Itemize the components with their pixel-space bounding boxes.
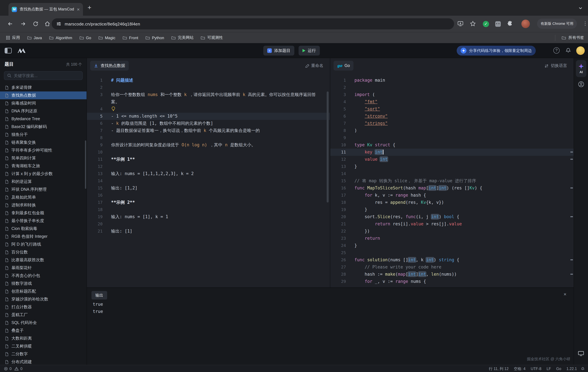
bookmark-item[interactable]: Magic [96,34,118,41]
sidebar-item[interactable]: Cion 勒索病毒 [0,225,87,233]
bookmark-item[interactable]: Front [120,34,141,41]
editor-line[interactable]: 19输入: nums = [1], k = 1 [87,213,330,220]
sidebar-item[interactable]: 不再贪心的小包 [0,272,87,279]
editor-line[interactable]: 8) [330,127,574,134]
sidebar-item[interactable]: DNA 序列还原 [0,107,87,115]
editor-line[interactable]: 21 return res[i].value > res[j].value [330,220,574,228]
status-item[interactable]: LF [547,367,551,371]
editor-line[interactable]: 20 sort.Slice(res, func(i, j int) bool { [330,213,574,220]
code-editor[interactable]: 1package main23import (4 "fmt"5 "sort"6 … [330,77,574,285]
status-bell-icon[interactable] [581,367,585,371]
editor-line[interactable]: 6- k 的取值范围是 [1, 数组中不相同的元素的个数] [87,120,330,127]
address-bar[interactable]: marscode.cn/practice/8e6q246q18l4en [52,18,454,29]
sidebar-item[interactable]: 拿到最多红包金额 [0,209,87,217]
sidebar-item[interactable]: 暴雨梨花针 [0,264,87,272]
sidebar-item[interactable]: 创意标题匹配 [0,287,87,295]
editor-line[interactable]: 13} [330,163,574,170]
bookmark-star-icon[interactable] [470,21,476,27]
editor-line[interactable]: 4 "fmt" [330,98,574,105]
back-icon[interactable] [7,21,13,27]
output-tab[interactable]: 输出 [92,291,107,300]
sidebar-item[interactable]: RGB 色值转 Integer [0,233,87,240]
editor-line[interactable]: 14 [330,170,574,177]
status-item[interactable]: 行 11, 列 12 [489,366,509,371]
sidebar-item[interactable]: 百分位数 [0,248,87,256]
search-input[interactable] [14,73,79,78]
editor-line[interactable]: 26func solution(nums []int, k int) strin… [330,256,574,264]
switch-language-button[interactable]: 切换语言 [544,63,567,69]
editor-line[interactable]: 27 // Please write your code here [330,264,574,271]
lightbulb-icon[interactable] [111,106,116,111]
editor-line[interactable]: 5 "sort" [330,105,574,113]
bookmark-item[interactable]: Algorithm [47,34,75,41]
editor-line[interactable]: 23 return [330,235,574,242]
sidebar-item[interactable]: 二分数字 [0,350,87,358]
bookmark-item[interactable]: Java [24,34,45,41]
help-icon[interactable]: ? [553,47,560,53]
sidebar-item[interactable]: 二叉树供暖 [0,342,87,350]
ai-assistant-button[interactable]: AI [576,60,586,77]
bookmark-item[interactable]: 完美网站 [169,34,196,42]
run-button[interactable]: 运行 [299,46,320,55]
editor-line[interactable]: 11**示例 1** [87,156,330,163]
editor-line[interactable]: 22 }) [330,228,574,235]
problem-scrollbar[interactable] [327,92,329,203]
editor-line[interactable]: 7 "strings" [330,120,574,127]
search-box[interactable] [4,71,83,80]
browser-profile-avatar[interactable] [521,20,530,28]
sidebar-item[interactable]: 大数和距离 [0,334,87,342]
status-item[interactable]: 空格: 4 [514,366,525,371]
editor-line[interactable]: 2 [87,84,330,91]
status-item[interactable]: 1.22.1 [567,367,577,371]
editor-line[interactable]: 10type Kv struct { [330,141,574,149]
user-avatar[interactable] [576,46,585,55]
extension-gray-icon[interactable] [495,21,501,27]
sidebar-item[interactable]: 猜数字游戏 [0,279,87,287]
editor-line[interactable]: 18 [87,206,330,213]
editor-line[interactable]: 25 [330,249,574,256]
forward-icon[interactable] [20,21,26,27]
chrome-update-button[interactable]: 有新版 Chrome 可用 [537,19,577,29]
editor-line[interactable]: 17**示例 2** [87,199,330,206]
sidebar-item[interactable]: 和的逆运算 [0,178,87,186]
sidebar-item[interactable]: 分布式团建 [0,358,87,365]
bookmark-item[interactable]: Go [77,34,94,41]
problem-title-chip[interactable]: 查找热点数据 [90,61,129,71]
sidebar-item[interactable]: 猫鱼分干 [0,131,87,138]
sidebar-item[interactable]: 简单四则计算 [0,154,87,162]
sidebar-item[interactable]: 链表聚集交换 [0,138,87,146]
home-icon[interactable] [44,21,50,27]
editor-line[interactable]: 17 for k, v := range hash { [330,192,574,199]
editor-line[interactable]: 9你所设计算法的时间复杂度必须优于 O(n log n) ，其中 n 是数组大小… [87,141,330,149]
editor-line[interactable]: 6 "strconv" [330,113,574,120]
editor-line[interactable]: 12 [87,163,330,170]
sidebar-item[interactable]: 最小替换子串长度 [0,217,87,225]
editor-line[interactable]: 14 [87,177,330,185]
editor-line[interactable]: 20 [87,220,330,228]
sidebar-item[interactable]: 比赛最高获胜次数 [0,256,87,264]
site-settings-icon[interactable] [56,21,62,26]
editor-line[interactable]: 3给你一个整数数组 nums 和一个整数 k ，请你返回其中出现频率前 k 高的… [87,91,330,98]
extensions-puzzle-icon[interactable] [507,21,513,26]
sidebar-item[interactable]: 打点计数器 [0,303,87,311]
bookmark-item[interactable]: 可观测性 [198,34,226,42]
notification-bell-icon[interactable] [565,47,571,53]
all-bookmarks-button[interactable]: 所有书签 [555,35,584,41]
editor-line[interactable]: 1# 问题描述 [87,77,330,84]
new-tab-button[interactable]: + [88,4,91,11]
sidebar-item[interactable]: Bytedance Tree [0,115,87,123]
sidebar-item[interactable]: 穿越沙漠的补给次数 [0,295,87,303]
editor-line[interactable]: 19 } [330,206,574,213]
rename-button[interactable]: 重命名 [305,63,323,69]
sidebar-item[interactable]: 计算 x 到 y 的最少步数 [0,170,87,178]
editor-line[interactable]: 28 hash := make(map[int]int, len(nums)) [330,271,574,278]
sidebar-scrollbar[interactable] [85,140,86,189]
sidebar-item[interactable]: 蛋糕工厂 [0,311,87,319]
editor-line[interactable]: 5- 1 <= nums.length <= 10^5 [87,113,330,120]
editor-line[interactable]: 29 for _, v := range nums { [330,278,574,285]
sidebar-item[interactable]: 病毒感染时间 [0,99,87,107]
status-item[interactable]: Go [556,367,561,371]
sidebar-item[interactable]: 环状 DNA 序列整理 [0,186,87,193]
problems-status[interactable]: 0 0 [4,365,22,372]
editor-line[interactable]: 24} [330,242,574,249]
